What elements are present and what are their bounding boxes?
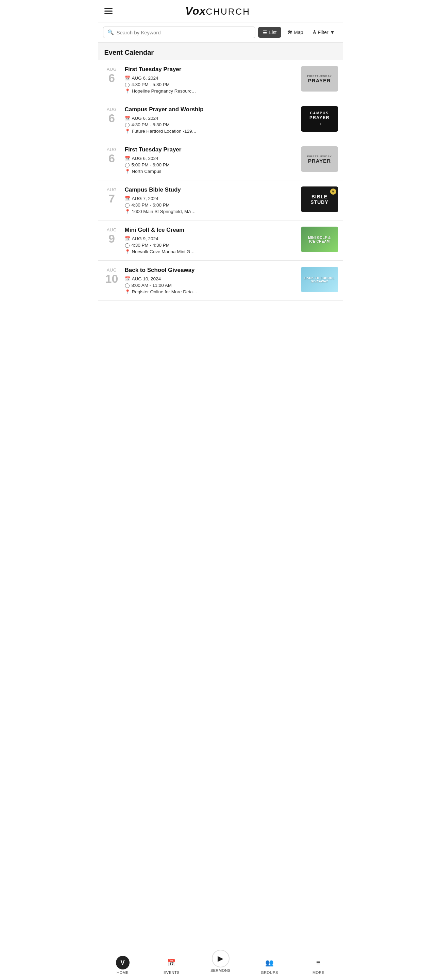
- nav-label-events: EVENTS: [163, 970, 179, 975]
- event-date-row: 📅 AUG 9, 2024: [125, 236, 297, 241]
- event-info: Campus Prayer and Worship 📅 AUG 6, 2024 …: [125, 106, 297, 134]
- event-day: 7: [108, 192, 115, 205]
- map-button[interactable]: 🗺 Map: [284, 27, 306, 38]
- event-location-text: North Campus: [132, 169, 162, 174]
- event-thumbnail: FIRSTTUESDAY PRAYER: [301, 66, 338, 92]
- nav-item-events[interactable]: 📅 EVENTS: [147, 956, 196, 975]
- event-info: First Tuesday Prayer 📅 AUG 6, 2024 ◯ 5:0…: [125, 146, 297, 174]
- event-info: Back to School Giveaway 📅 AUG 10, 2024 ◯…: [125, 267, 297, 294]
- event-item[interactable]: Aug 6 First Tuesday Prayer 📅 AUG 6, 2024…: [98, 140, 343, 180]
- app-logo: VoxCHURCH: [185, 5, 250, 18]
- event-time-row: ◯ 4:30 PM - 4:30 PM: [125, 243, 297, 248]
- home-icon: V: [121, 959, 124, 966]
- event-location-text: Future Hartford Location -129…: [132, 129, 197, 134]
- event-month: Aug: [107, 187, 117, 192]
- location-icon: 📍: [125, 169, 130, 174]
- event-item[interactable]: Aug 10 Back to School Giveaway 📅 AUG 10,…: [98, 261, 343, 301]
- bottom-nav: V HOME 📅 EVENTS ▶ SERMONS 👥 GROUPS ≡ MOR…: [98, 951, 343, 980]
- menu-button[interactable]: [105, 8, 113, 14]
- event-date-row: 📅 AUG 7, 2024: [125, 196, 297, 201]
- event-location-text: Norwalk Cove Marina Mini G…: [132, 249, 195, 254]
- event-date: Aug 6: [103, 146, 121, 165]
- event-date: Aug 6: [103, 106, 121, 124]
- event-location-row: 📍 Register Online for More Deta…: [125, 289, 297, 294]
- clock-icon: ◯: [125, 122, 130, 127]
- nav-item-sermons[interactable]: ▶ SERMONS: [196, 950, 245, 972]
- map-label: Map: [294, 30, 303, 35]
- list-button[interactable]: ☰ List: [258, 27, 281, 38]
- events-icon: 📅: [167, 959, 176, 967]
- nav-item-more[interactable]: ≡ MORE: [294, 956, 343, 975]
- filter-button[interactable]: ⛢ Filter ▼: [309, 27, 338, 38]
- event-date: Aug 7: [103, 186, 121, 205]
- event-date: Aug 6: [103, 66, 121, 84]
- clock-icon: ◯: [125, 202, 130, 208]
- app-header: VoxCHURCH: [98, 0, 343, 22]
- nav-item-groups[interactable]: 👥 GROUPS: [245, 956, 294, 975]
- list-label: List: [269, 30, 276, 35]
- event-thumbnail: BIBLE STUDY V: [301, 186, 338, 212]
- nav-label-groups: GROUPS: [261, 970, 278, 975]
- event-location-row: 📍 North Campus: [125, 169, 297, 174]
- event-title: First Tuesday Prayer: [125, 146, 297, 153]
- event-item[interactable]: Aug 6 Campus Prayer and Worship 📅 AUG 6,…: [98, 100, 343, 140]
- event-date-text: AUG 9, 2024: [132, 236, 159, 241]
- event-date-row: 📅 AUG 6, 2024: [125, 76, 297, 81]
- event-day: 6: [108, 152, 115, 165]
- event-thumbnail: CAMPUS PRAYER →: [301, 106, 338, 132]
- event-date-row: 📅 AUG 6, 2024: [125, 156, 297, 161]
- event-time-row: ◯ 4:30 PM - 6:00 PM: [125, 202, 297, 208]
- map-icon: 🗺: [287, 30, 292, 35]
- more-icon: ≡: [316, 958, 320, 967]
- nav-label-home: HOME: [117, 970, 128, 975]
- section-title-wrap: Event Calendar: [98, 43, 343, 60]
- event-date-row: 📅 AUG 10, 2024: [125, 276, 297, 282]
- logo-church: CHURCH: [206, 6, 250, 17]
- logo-vox: Vox: [185, 5, 206, 17]
- event-time-row: ◯ 8:00 AM - 11:00 AM: [125, 283, 297, 288]
- clock-icon: ◯: [125, 162, 130, 167]
- nav-label-sermons: SERMONS: [211, 969, 230, 972]
- nav-label-more: MORE: [313, 970, 324, 975]
- event-month: Aug: [107, 67, 117, 72]
- event-location-text: 1600 Main St Springfield, MA…: [132, 209, 196, 214]
- event-list: Aug 6 First Tuesday Prayer 📅 AUG 6, 2024…: [98, 60, 343, 301]
- event-day: 9: [108, 232, 115, 245]
- search-input-wrap[interactable]: 🔍: [103, 27, 256, 38]
- event-location-row: 📍 Norwalk Cove Marina Mini G…: [125, 249, 297, 254]
- sermons-play-circle: ▶: [212, 950, 230, 967]
- event-date: Aug 10: [103, 267, 121, 285]
- event-item[interactable]: Aug 6 First Tuesday Prayer 📅 AUG 6, 2024…: [98, 60, 343, 100]
- event-item[interactable]: Aug 9 Mini Golf & Ice Cream 📅 AUG 9, 202…: [98, 221, 343, 261]
- event-day: 10: [105, 272, 118, 285]
- event-info: Mini Golf & Ice Cream 📅 AUG 9, 2024 ◯ 4:…: [125, 227, 297, 254]
- event-date-text: AUG 6, 2024: [132, 76, 159, 81]
- location-icon: 📍: [125, 249, 130, 254]
- location-icon: 📍: [125, 89, 130, 94]
- event-day: 6: [108, 112, 115, 124]
- clock-icon: ◯: [125, 82, 130, 87]
- event-date-text: AUG 6, 2024: [132, 116, 159, 121]
- event-title: Back to School Giveaway: [125, 267, 297, 274]
- event-thumbnail: FIRSTTUESDAY PRAYER: [301, 146, 338, 172]
- search-bar-section: 🔍 ☰ List 🗺 Map ⛢ Filter ▼: [98, 22, 343, 43]
- event-day: 6: [108, 72, 115, 84]
- event-time-row: ◯ 5:00 PM - 6:00 PM: [125, 162, 297, 167]
- calendar-icon: 📅: [125, 156, 130, 161]
- nav-item-home[interactable]: V HOME: [98, 956, 147, 975]
- location-icon: 📍: [125, 209, 130, 214]
- event-location-row: 📍 Hopeline Pregnancy Resourc…: [125, 89, 297, 94]
- event-item[interactable]: Aug 7 Campus Bible Study 📅 AUG 7, 2024 ◯…: [98, 180, 343, 221]
- event-location-row: 📍 1600 Main St Springfield, MA…: [125, 209, 297, 214]
- event-date-text: AUG 7, 2024: [132, 196, 159, 201]
- event-title: Mini Golf & Ice Cream: [125, 227, 297, 234]
- calendar-icon: 📅: [125, 116, 130, 121]
- event-time-text: 4:30 PM - 6:00 PM: [132, 202, 170, 208]
- search-input[interactable]: [117, 30, 251, 35]
- event-date-text: AUG 6, 2024: [132, 156, 159, 161]
- event-time-text: 8:00 AM - 11:00 AM: [132, 283, 172, 288]
- search-icon: 🔍: [108, 29, 114, 35]
- event-month: Aug: [107, 147, 117, 152]
- event-month: Aug: [107, 107, 117, 112]
- event-time-text: 4:30 PM - 5:30 PM: [132, 82, 170, 87]
